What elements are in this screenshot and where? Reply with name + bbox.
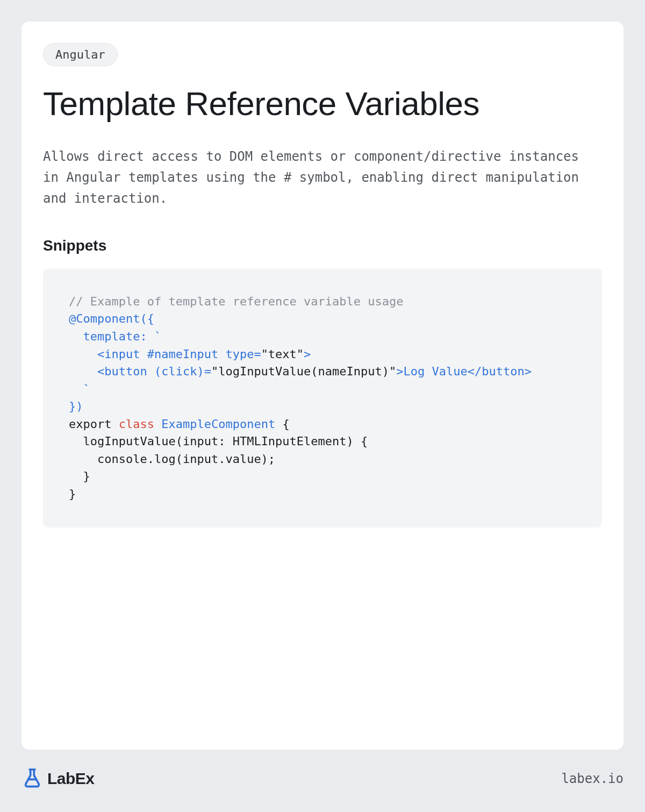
page-title: Template Reference Variables: [43, 84, 602, 123]
content-card: Angular Template Reference Variables All…: [22, 22, 624, 750]
brand-name: LabEx: [47, 770, 95, 788]
description-text: Allows direct access to DOM elements or …: [43, 146, 602, 209]
category-tag: Angular: [43, 43, 118, 66]
code-class-keyword: class: [119, 417, 154, 431]
flask-icon: [22, 767, 43, 790]
footer: LabEx labex.io: [22, 750, 624, 790]
brand-logo: LabEx: [22, 767, 95, 790]
snippets-heading: Snippets: [43, 237, 602, 254]
site-url: labex.io: [561, 771, 624, 786]
code-snippet: // Example of template reference variabl…: [43, 268, 602, 528]
code-decorator: @Component: [69, 312, 140, 325]
code-class-name: ExampleComponent: [161, 417, 275, 431]
code-comment: // Example of template reference variabl…: [69, 295, 404, 308]
